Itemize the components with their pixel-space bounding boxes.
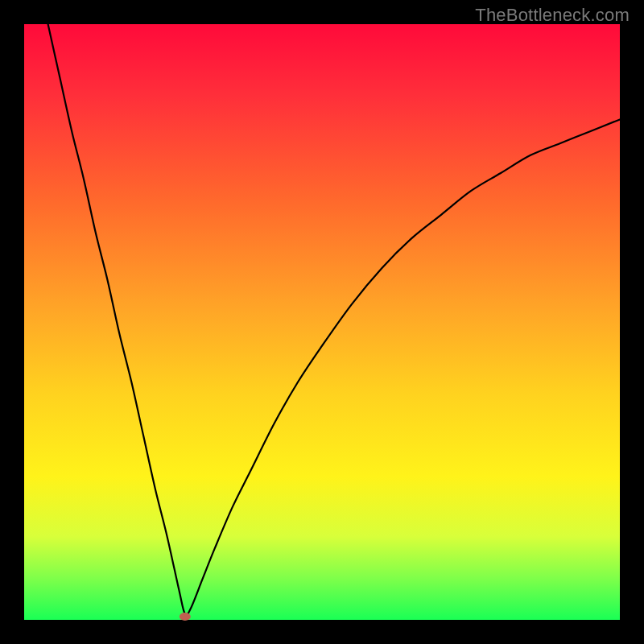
minimum-marker: [180, 613, 191, 621]
watermark-text: TheBottleneck.com: [475, 5, 630, 26]
chart-frame: TheBottleneck.com: [0, 0, 644, 644]
bottleneck-curve: [24, 24, 620, 620]
plot-area: [24, 24, 620, 620]
curve-path: [48, 24, 620, 615]
